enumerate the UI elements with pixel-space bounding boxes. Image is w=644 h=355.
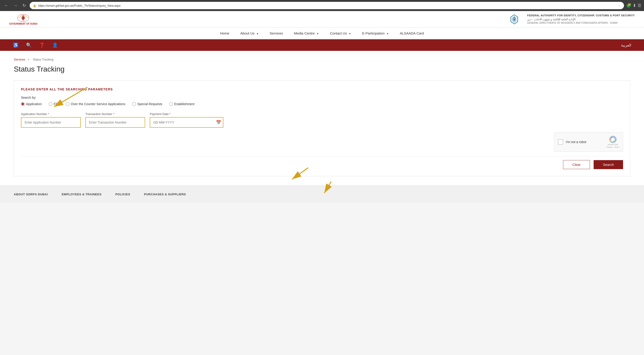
url-text: https://smart.gdrfad.gov.ae/Public_Th/St… bbox=[38, 4, 614, 7]
browser-chrome: ← → ↻ 🔒 https://smart.gdrfad.gov.ae/Publ… bbox=[0, 0, 644, 11]
nav-item-home[interactable]: Home bbox=[214, 28, 235, 39]
recaptcha-icon-svg bbox=[609, 136, 617, 143]
captcha-area: I'm not a robot reCAPTCHA Privacy - Term… bbox=[21, 132, 623, 152]
arabic-language-toggle[interactable]: العربية bbox=[617, 41, 635, 49]
radio-file-label: File bbox=[54, 102, 59, 106]
date-input-wrapper: 📅 bbox=[150, 117, 223, 128]
authority-line3: GENERAL DIRECTORATE OF RESIDENCY AND FOR… bbox=[527, 22, 635, 24]
user-icon[interactable]: 👤 bbox=[48, 40, 62, 50]
nav-item-eparticipation[interactable]: E-Participation ▼ bbox=[357, 28, 394, 39]
refresh-button[interactable]: ↻ bbox=[21, 2, 27, 9]
radio-option-otc[interactable]: Over the Counter Service Applications bbox=[66, 102, 125, 106]
authority-logo-svg bbox=[505, 14, 524, 25]
radio-application-label: Application bbox=[26, 102, 42, 106]
application-required-marker: * bbox=[48, 112, 49, 116]
main-navigation: Home About Us ▼ Services Media Centre ▼ … bbox=[0, 28, 644, 39]
search-button[interactable]: Search bbox=[594, 160, 623, 169]
gov-label: GOVERNMENT OF DUBAI bbox=[9, 22, 38, 25]
search-icon[interactable]: 🔍 bbox=[22, 40, 36, 50]
footer: ABOUT GDRFA DUBAI EMPLOYEES & TRAINEES P… bbox=[0, 186, 644, 203]
transaction-number-input[interactable] bbox=[85, 117, 145, 128]
payment-date-label: Payment Date * bbox=[150, 112, 223, 116]
nav-item-alsaada[interactable]: ALSAADA Card bbox=[394, 28, 430, 39]
breadcrumb-services-link[interactable]: Services bbox=[14, 58, 25, 61]
radio-special[interactable] bbox=[132, 102, 136, 106]
nav-link-eparticipation[interactable]: E-Participation ▼ bbox=[357, 28, 394, 39]
nav-link-alsaada[interactable]: ALSAADA Card bbox=[394, 28, 430, 39]
footer-col-about-title: ABOUT GDRFA DUBAI bbox=[14, 192, 48, 196]
logo-area: GOVERNMENT OF DUBAI bbox=[9, 13, 38, 25]
payment-date-input[interactable] bbox=[150, 117, 223, 128]
content-area: Services > Status Tracking Status Tracki… bbox=[0, 51, 644, 186]
footer-columns: ABOUT GDRFA DUBAI EMPLOYEES & TRAINEES P… bbox=[14, 192, 630, 196]
footer-col-policies-title: POLICIES bbox=[115, 192, 130, 196]
captcha-checkbox[interactable] bbox=[558, 140, 563, 144]
back-button[interactable]: ← bbox=[3, 2, 10, 9]
radio-option-special[interactable]: Special Requests bbox=[132, 102, 162, 106]
authority-info: FEDERAL AUTHORITY FOR IDENTITY, CITIZENS… bbox=[505, 14, 635, 25]
radio-file[interactable] bbox=[49, 102, 52, 106]
menu-icon[interactable]: ☰ bbox=[638, 3, 641, 8]
radio-application[interactable] bbox=[21, 102, 24, 106]
nav-item-contact[interactable]: Contact Us ▼ bbox=[324, 28, 356, 39]
radio-otc[interactable] bbox=[66, 102, 70, 106]
recaptcha-logo: reCAPTCHA Privacy - Terms bbox=[606, 136, 619, 148]
extensions-icon[interactable]: 🧩 bbox=[626, 3, 631, 8]
footer-col-policies: POLICIES bbox=[115, 192, 130, 196]
authority-line2: الإدارة العامة للإقامة و شؤون الأجانب - … bbox=[527, 18, 635, 22]
authority-line1: FEDERAL AUTHORITY FOR IDENTITY, CITIZENS… bbox=[527, 14, 635, 17]
svg-point-1 bbox=[22, 17, 24, 19]
payment-date-field: Payment Date * 📅 bbox=[150, 112, 223, 128]
button-row: Clear Search bbox=[21, 156, 623, 169]
page-title: Status Tracking bbox=[14, 65, 630, 74]
recaptcha-privacy-text: Privacy - Terms bbox=[606, 146, 619, 148]
transaction-number-label: Transaction Number * bbox=[85, 112, 145, 116]
application-number-field: Application Number * bbox=[21, 112, 81, 128]
radio-special-label: Special Requests bbox=[137, 102, 162, 106]
help-icon[interactable]: ❓ bbox=[36, 40, 48, 50]
radio-group: Application File Over the Counter Servic… bbox=[21, 102, 623, 106]
payment-required-marker: * bbox=[170, 112, 171, 116]
application-number-input[interactable] bbox=[21, 117, 81, 128]
nav-link-contact[interactable]: Contact Us ▼ bbox=[324, 28, 356, 39]
breadcrumb-current: Status Tracking bbox=[33, 58, 54, 61]
radio-option-application[interactable]: Application bbox=[21, 102, 42, 106]
transaction-required-marker: * bbox=[113, 112, 114, 116]
radio-option-file[interactable]: File bbox=[49, 102, 59, 106]
nav-link-media[interactable]: Media Centre ▼ bbox=[288, 28, 324, 39]
radio-establishment[interactable] bbox=[169, 102, 173, 106]
forward-button[interactable]: → bbox=[12, 2, 19, 9]
downloads-icon[interactable]: ⬇ bbox=[633, 3, 636, 8]
form-panel: PLEASE ENTER ALL THE SEARCHING PARAMETER… bbox=[14, 80, 630, 176]
nav-link-home[interactable]: Home bbox=[214, 28, 235, 39]
bookmark-icon[interactable]: ☆ bbox=[617, 3, 621, 8]
footer-col-employees-title: EMPLOYEES & TRAINEES bbox=[62, 192, 102, 196]
radio-establishment-label: Establishment bbox=[174, 102, 194, 106]
form-panel-wrapper: PLEASE ENTER ALL THE SEARCHING PARAMETER… bbox=[14, 80, 630, 176]
government-logo: GOVERNMENT OF DUBAI bbox=[9, 13, 38, 25]
browser-menu-icons: 🧩 ⬇ ☰ bbox=[626, 3, 641, 8]
footer-col-purchases: PURCHASES & SUPPLIERS bbox=[144, 192, 186, 196]
breadcrumb-separator: > bbox=[27, 58, 29, 61]
clear-button[interactable]: Clear bbox=[563, 160, 590, 169]
gov-emblem-svg bbox=[16, 13, 30, 22]
nav-link-about[interactable]: About Us ▼ bbox=[235, 28, 264, 39]
accessibility-icon[interactable]: ♿ bbox=[9, 40, 22, 50]
radio-option-establishment[interactable]: Establishment bbox=[169, 102, 194, 106]
nav-item-services[interactable]: Services bbox=[264, 28, 289, 39]
site-header: GOVERNMENT OF DUBAI FEDERAL AUTHORITY FO… bbox=[0, 11, 644, 28]
address-bar[interactable]: 🔒 https://smart.gdrfad.gov.ae/Public_Th/… bbox=[30, 2, 624, 9]
nav-item-media[interactable]: Media Centre ▼ bbox=[288, 28, 324, 39]
nav-item-about[interactable]: About Us ▼ bbox=[235, 28, 264, 39]
authority-text: FEDERAL AUTHORITY FOR IDENTITY, CITIZENS… bbox=[527, 14, 635, 24]
application-number-label: Application Number * bbox=[21, 112, 81, 116]
captcha-label: I'm not a robot bbox=[566, 140, 604, 144]
footer-col-about: ABOUT GDRFA DUBAI bbox=[14, 192, 48, 196]
captcha-box: I'm not a robot reCAPTCHA Privacy - Term… bbox=[554, 132, 623, 152]
transaction-number-field: Transaction Number * bbox=[85, 112, 145, 128]
secondary-navigation: ♿ 🔍 ❓ 👤 العربية bbox=[0, 39, 644, 51]
form-fields: Application Number * Transaction Number … bbox=[21, 112, 623, 128]
nav-list: Home About Us ▼ Services Media Centre ▼ … bbox=[0, 28, 644, 39]
nav-link-services[interactable]: Services bbox=[264, 28, 289, 39]
breadcrumb: Services > Status Tracking bbox=[14, 58, 630, 61]
